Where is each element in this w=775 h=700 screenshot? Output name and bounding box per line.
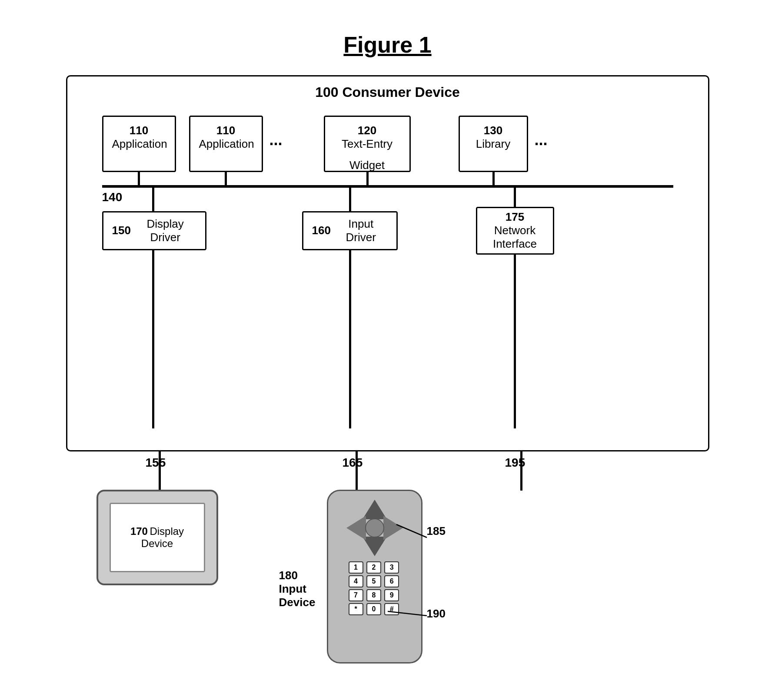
key-2: 2 <box>366 561 381 574</box>
dots-after-app: ··· <box>269 135 283 153</box>
input-device-label: 180 Input Device <box>279 569 316 609</box>
display-monitor-outer: 170 DisplayDevice <box>96 490 218 585</box>
library-box: 130 Library <box>459 116 528 172</box>
vline-app1 <box>138 172 140 186</box>
vline-bus-input <box>349 188 351 212</box>
line-label-165: 165 <box>343 456 363 470</box>
key-7: 7 <box>349 589 363 601</box>
display-monitor-inner: 170 DisplayDevice <box>110 503 205 572</box>
bus-label: 140 <box>102 190 123 204</box>
app1-box: 110 Application <box>102 116 176 172</box>
vline-ext-input <box>356 451 358 491</box>
vline-app2 <box>225 172 227 186</box>
key-0: 0 <box>366 603 381 615</box>
page-wrapper: Figure 1 100 Consumer Device 110 Applica… <box>40 32 735 669</box>
display-driver-box: 150 Display Driver <box>102 211 206 250</box>
vline-ext-display <box>159 451 161 491</box>
vline-ext-network <box>520 451 522 491</box>
full-diagram: 100 Consumer Device 110 Application 110 … <box>66 75 709 669</box>
key-5: 5 <box>366 575 381 587</box>
vline-library <box>492 172 495 186</box>
dpad-center-button <box>365 518 384 537</box>
network-interface-box: 175 Network Interface <box>476 207 554 255</box>
vline-network-down <box>514 255 516 428</box>
vline-text-entry <box>366 172 369 186</box>
input-device-body: 1 2 3 4 5 6 7 8 9 * 0 # <box>327 490 422 664</box>
line-label-155: 155 <box>146 456 166 470</box>
svg-line-1 <box>388 611 427 616</box>
consumer-device-label: 100 Consumer Device <box>315 84 460 100</box>
app2-box: 110 Application <box>189 116 263 172</box>
arrow-190 <box>383 607 431 624</box>
key-1: 1 <box>349 561 363 574</box>
key-star: * <box>349 603 363 615</box>
figure-title: Figure 1 <box>343 32 431 58</box>
key-4: 4 <box>349 575 363 587</box>
input-device: 1 2 3 4 5 6 7 8 9 * 0 # 185 <box>327 490 422 664</box>
diagram-area: 110 Application 110 Application ··· 120 … <box>85 116 691 428</box>
text-entry-box: 120 Text-Entry Widget <box>324 116 411 172</box>
vline-input-down <box>349 250 351 428</box>
svg-line-0 <box>396 524 427 537</box>
dots-after-library: ··· <box>535 135 548 153</box>
vline-bus-display <box>152 188 154 212</box>
bus-line <box>102 185 673 188</box>
arrow-185 <box>392 520 431 542</box>
key-6: 6 <box>384 575 399 587</box>
key-8: 8 <box>366 589 381 601</box>
connector-section: 155 165 195 170 DisplayDevice <box>66 451 709 669</box>
input-driver-box: 160 Input Driver <box>302 211 398 250</box>
vline-bus-network <box>514 188 516 208</box>
vline-display-down <box>152 250 154 428</box>
key-9: 9 <box>384 589 399 601</box>
dpad-left-arrow <box>346 516 366 540</box>
key-3: 3 <box>384 561 399 574</box>
display-device-wrapper: 170 DisplayDevice <box>96 490 218 585</box>
consumer-device-box: 100 Consumer Device 110 Application 110 … <box>66 75 709 451</box>
